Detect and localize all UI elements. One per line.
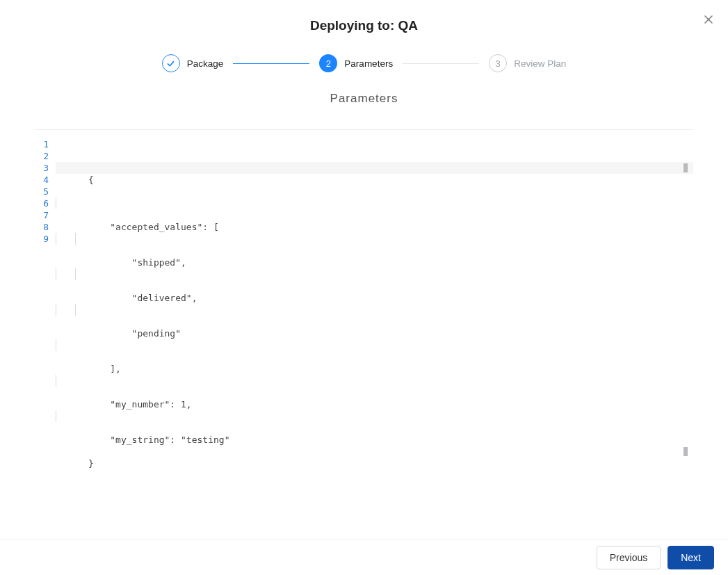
code-text: "delivered", (88, 293, 197, 303)
code-line: { (56, 162, 693, 174)
line-number: 7 (35, 209, 49, 221)
code-line: ], (56, 339, 693, 351)
step-label: Parameters (344, 58, 393, 69)
step-label: Package (187, 58, 224, 69)
stepper: Package 2 Parameters 3 Review Plan (0, 54, 728, 72)
code-text: "my_string": "testing" (88, 435, 230, 445)
section-title: Parameters (0, 92, 728, 106)
cursor-indicator (683, 447, 688, 456)
line-number: 5 (35, 186, 49, 197)
code-area[interactable]: { "accepted_values": [ "shipped", "deliv… (53, 138, 693, 472)
step-circle-completed (162, 54, 180, 72)
footer: Previous Next (0, 539, 728, 575)
code-line: "shipped", (56, 233, 693, 245)
code-editor[interactable]: 1 2 3 4 5 6 7 8 9 { "accepted_values": [… (35, 138, 693, 472)
code-line: "accepted_values": [ (56, 197, 693, 209)
code-line: "delivered", (56, 268, 693, 280)
step-circle-pending: 3 (489, 54, 507, 72)
line-number: 3 (35, 162, 49, 174)
step-connector (403, 63, 479, 64)
code-line: } (56, 446, 693, 457)
line-number-gutter: 1 2 3 4 5 6 7 8 9 (35, 138, 53, 472)
step-parameters[interactable]: 2 Parameters (319, 54, 393, 72)
close-icon (703, 14, 714, 25)
code-line: "my_string": "testing" (56, 410, 693, 422)
cursor-indicator (683, 163, 688, 172)
step-label: Review Plan (514, 58, 566, 69)
line-number: 4 (35, 174, 49, 186)
code-text: "pending" (88, 328, 181, 339)
step-review-plan[interactable]: 3 Review Plan (489, 54, 566, 72)
check-icon (166, 59, 175, 68)
step-package[interactable]: Package (162, 54, 224, 72)
code-line: "pending" (56, 304, 693, 316)
code-text: ], (88, 364, 121, 374)
modal-title: Deploying to: QA (0, 18, 728, 33)
code-text: "accepted_values": [ (88, 222, 219, 232)
code-text: "my_number": 1, (88, 399, 192, 410)
previous-button[interactable]: Previous (597, 546, 661, 569)
line-number: 1 (35, 138, 49, 150)
code-text: "shipped", (88, 257, 186, 268)
close-button[interactable] (702, 13, 715, 26)
code-text: } (88, 458, 94, 469)
modal-header: Deploying to: QA (0, 0, 728, 33)
divider (35, 129, 693, 130)
line-number: 2 (35, 150, 49, 162)
step-circle-active: 2 (319, 54, 337, 72)
code-line: "my_number": 1, (56, 375, 693, 387)
line-number: 9 (35, 233, 49, 245)
code-text: { (88, 175, 94, 185)
next-button[interactable]: Next (668, 546, 714, 569)
line-number: 6 (35, 197, 49, 209)
line-number: 8 (35, 221, 49, 233)
step-connector (233, 63, 309, 64)
